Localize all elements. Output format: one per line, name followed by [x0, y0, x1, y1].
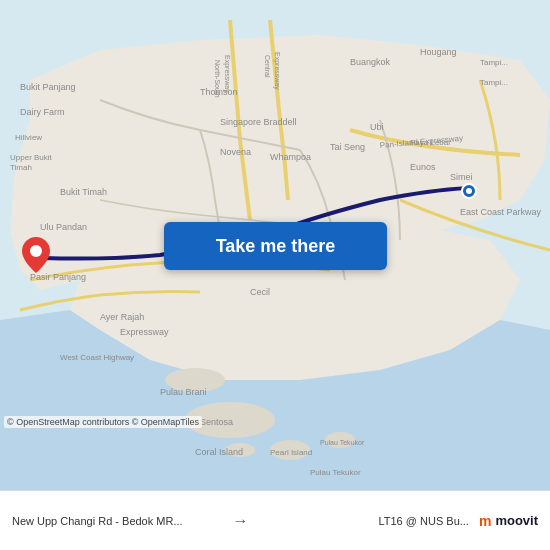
svg-text:Upper Bukit: Upper Bukit [10, 153, 53, 162]
svg-text:Central: Central [264, 55, 271, 78]
svg-text:Expressway: Expressway [223, 55, 231, 93]
svg-text:West Coast Highway: West Coast Highway [60, 353, 134, 362]
svg-text:Singapore Braddell: Singapore Braddell [220, 117, 297, 127]
svg-text:Pasir Panjang: Pasir Panjang [30, 272, 86, 282]
svg-text:Sentosa: Sentosa [200, 417, 233, 427]
svg-text:Ulu Pandan: Ulu Pandan [40, 222, 87, 232]
svg-text:Tai Seng: Tai Seng [330, 142, 365, 152]
svg-text:Pulau Tekukor: Pulau Tekukor [310, 468, 361, 477]
origin-label: New Upp Changi Rd - Bedok MR... [12, 515, 224, 527]
svg-text:Bukit Panjang: Bukit Panjang [20, 82, 76, 92]
moovit-logo: m moovit [479, 513, 538, 529]
svg-text:Eunos: Eunos [410, 162, 436, 172]
svg-text:Hillview: Hillview [15, 133, 42, 142]
svg-text:Whampoa: Whampoa [270, 152, 311, 162]
svg-text:Dairy Farm: Dairy Farm [20, 107, 65, 117]
svg-text:Pulau Brani: Pulau Brani [160, 387, 207, 397]
destination-pin [22, 237, 50, 273]
svg-text:Timah: Timah [10, 163, 32, 172]
svg-text:Buangkok: Buangkok [350, 57, 391, 67]
svg-text:Hougang: Hougang [420, 47, 457, 57]
moovit-logo-text: moovit [495, 513, 538, 528]
svg-text:Coral Island: Coral Island [195, 447, 243, 457]
svg-text:Ubi: Ubi [370, 122, 384, 132]
svg-point-49 [30, 245, 42, 257]
bottom-bar: New Upp Changi Rd - Bedok MR... → LT16 @… [0, 490, 550, 550]
svg-text:Pulau Tekukor: Pulau Tekukor [320, 439, 365, 446]
arrow-icon: → [232, 512, 248, 530]
svg-text:Expressway: Expressway [273, 52, 281, 90]
take-me-there-button[interactable]: Take me there [164, 222, 387, 270]
svg-text:Novena: Novena [220, 147, 251, 157]
svg-text:Tampi...: Tampi... [480, 58, 508, 67]
svg-text:Ayer Rajah: Ayer Rajah [100, 312, 144, 322]
svg-text:Pearl Island: Pearl Island [270, 448, 312, 457]
map-container: Buangkok Hougang Tampi... Tampi... Bukit… [0, 0, 550, 490]
svg-text:Tampi...: Tampi... [480, 78, 508, 87]
svg-text:Simei: Simei [450, 172, 473, 182]
svg-text:Cecil: Cecil [250, 287, 270, 297]
svg-point-48 [466, 188, 472, 194]
osm-attribution: © OpenStreetMap contributors © OpenMapTi… [4, 416, 202, 428]
svg-text:East Coast Parkway: East Coast Parkway [460, 207, 542, 217]
moovit-m-icon: m [479, 513, 491, 529]
svg-text:Bukit Timah: Bukit Timah [60, 187, 107, 197]
destination-label: LT16 @ NUS Bu... [256, 515, 468, 527]
svg-text:Expressway: Expressway [120, 327, 169, 337]
origin-pin [460, 182, 478, 200]
svg-text:North-South: North-South [214, 60, 221, 98]
